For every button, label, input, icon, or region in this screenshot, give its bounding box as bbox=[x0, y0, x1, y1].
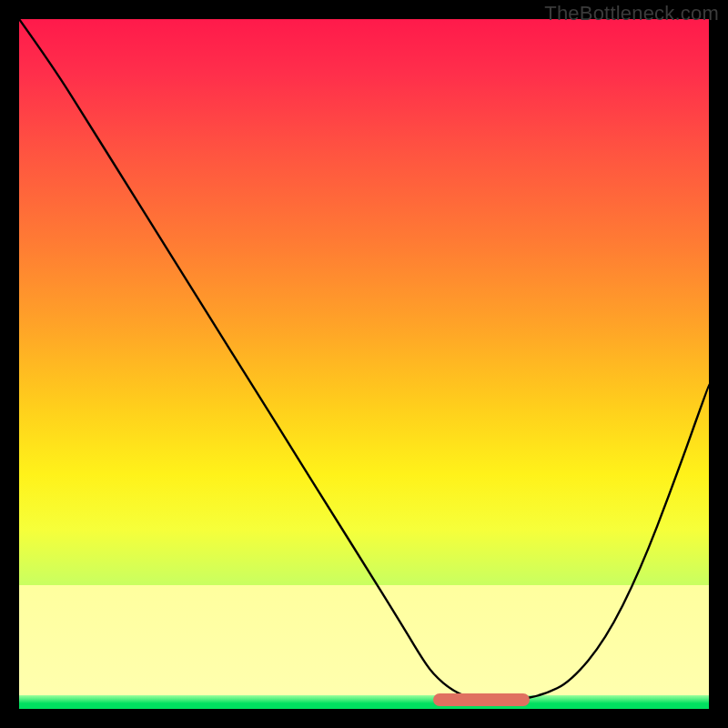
chart-frame: TheBottleneck.com bbox=[0, 0, 728, 728]
watermark-text: TheBottleneck.com bbox=[544, 2, 719, 25]
plot-area bbox=[19, 19, 709, 709]
bottleneck-curve bbox=[19, 19, 709, 709]
optimal-range-bar bbox=[433, 693, 530, 706]
